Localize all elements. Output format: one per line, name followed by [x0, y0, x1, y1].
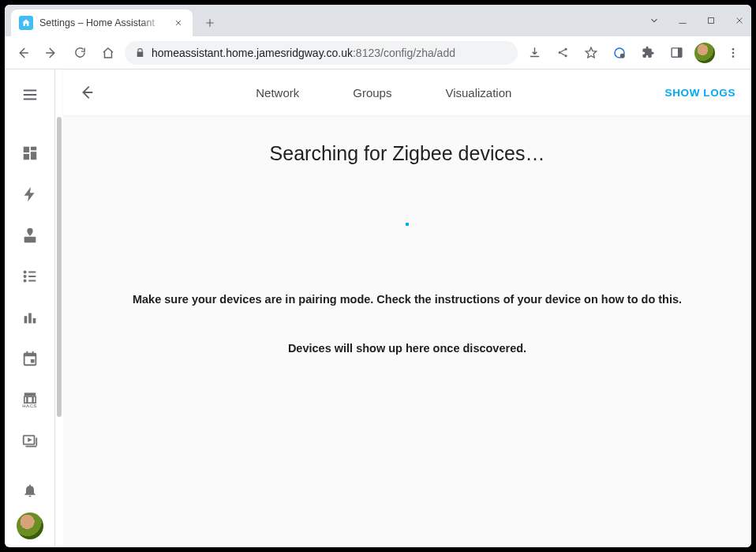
- svg-point-2: [564, 48, 567, 51]
- app-viewport: HACS: [5, 69, 751, 547]
- tab-close-icon[interactable]: [172, 17, 185, 29]
- svg-rect-33: [36, 437, 37, 445]
- svg-point-18: [24, 280, 25, 281]
- sidebar-item-logbook[interactable]: [11, 257, 49, 295]
- address-bar[interactable]: homeassistant.home.jamesridgway.co.uk:81…: [125, 41, 518, 65]
- hamburger-menu-icon[interactable]: [11, 76, 49, 114]
- svg-rect-13: [30, 152, 36, 160]
- instruction-discovery: Devices will show up here once discovere…: [123, 340, 691, 358]
- svg-point-16: [24, 271, 25, 272]
- svg-rect-25: [32, 351, 33, 355]
- svg-rect-27: [24, 392, 35, 396]
- svg-rect-30: [32, 396, 33, 403]
- sidebar-item-overview[interactable]: [11, 134, 49, 172]
- svg-rect-0: [709, 18, 714, 24]
- main-content: Network Groups Visualization SHOW LOGS S…: [63, 69, 751, 547]
- new-tab-button[interactable]: [199, 12, 221, 34]
- sidebar-item-media[interactable]: [11, 422, 49, 460]
- svg-rect-29: [26, 396, 28, 403]
- svg-point-5: [620, 53, 625, 58]
- sidebar-item-history[interactable]: [11, 299, 49, 336]
- svg-rect-11: [23, 147, 28, 152]
- browser-tab-active[interactable]: Settings – Home Assistant: [11, 9, 193, 36]
- tab-groups[interactable]: Groups: [351, 81, 393, 104]
- share-icon[interactable]: [551, 41, 574, 65]
- svg-rect-28: [24, 396, 35, 403]
- scrollbar[interactable]: [55, 69, 63, 547]
- svg-point-9: [732, 51, 735, 54]
- nav-back-button[interactable]: [11, 41, 35, 65]
- tab-network[interactable]: Network: [254, 81, 301, 104]
- browser-tabstrip: Settings – Home Assistant: [5, 5, 751, 36]
- svg-rect-7: [677, 48, 681, 57]
- header-tabs: Network Groups Visualization: [109, 81, 659, 104]
- nav-reload-button[interactable]: [68, 41, 92, 65]
- svg-rect-26: [30, 359, 34, 363]
- browser-toolbar: homeassistant.home.jamesridgway.co.uk:81…: [5, 36, 751, 69]
- sidebar-item-hacs-label: HACS: [22, 404, 37, 408]
- svg-point-1: [558, 51, 560, 54]
- lock-icon: [134, 47, 145, 58]
- tab-visualization[interactable]: Visualization: [443, 81, 513, 104]
- install-app-icon[interactable]: [522, 41, 546, 65]
- svg-rect-15: [24, 237, 36, 242]
- page-body: Searching for Zigbee devices… Make sure …: [63, 115, 751, 547]
- window-close-icon[interactable]: [732, 13, 747, 28]
- sidebar-item-energy[interactable]: [11, 175, 49, 213]
- svg-point-3: [564, 54, 567, 57]
- svg-rect-12: [30, 147, 36, 151]
- extensions-puzzle-icon[interactable]: [636, 41, 660, 65]
- show-logs-button[interactable]: SHOW LOGS: [665, 87, 735, 99]
- instruction-pairing: Make sure your devices are in pairing mo…: [123, 291, 691, 309]
- svg-rect-23: [24, 354, 36, 357]
- profile-avatar[interactable]: [693, 41, 717, 65]
- svg-rect-21: [32, 318, 36, 323]
- svg-point-8: [732, 48, 735, 51]
- side-panel-icon[interactable]: [664, 41, 688, 65]
- ha-sidebar: HACS: [5, 69, 55, 547]
- extension-ublock-icon[interactable]: [608, 41, 631, 65]
- window-controls: [647, 5, 747, 36]
- sidebar-item-map[interactable]: [11, 216, 49, 254]
- page-title: Searching for Zigbee devices…: [87, 142, 728, 165]
- svg-rect-14: [23, 154, 28, 160]
- svg-point-10: [732, 55, 735, 58]
- window-maximize-icon[interactable]: [704, 13, 718, 28]
- sidebar-item-notifications[interactable]: [11, 471, 49, 509]
- loading-spinner-icon: [87, 197, 728, 252]
- svg-rect-24: [26, 351, 28, 355]
- svg-point-17: [24, 276, 25, 277]
- nav-home-button[interactable]: [96, 41, 120, 65]
- nav-forward-button[interactable]: [39, 41, 63, 65]
- page-header: Network Groups Visualization SHOW LOGS: [63, 69, 751, 115]
- svg-rect-20: [28, 314, 32, 324]
- favicon-home-assistant-icon: [19, 16, 33, 30]
- sidebar-item-hacs[interactable]: HACS: [11, 381, 49, 419]
- svg-rect-19: [24, 316, 27, 323]
- back-button[interactable]: [71, 77, 103, 108]
- sidebar-item-calendar[interactable]: [11, 340, 49, 377]
- bookmark-star-icon[interactable]: [579, 41, 603, 65]
- chevron-down-icon[interactable]: [647, 13, 661, 28]
- tab-title: Settings – Home Assistant: [39, 17, 166, 28]
- scrollbar-thumb[interactable]: [57, 117, 62, 417]
- chrome-menu-icon[interactable]: [721, 41, 745, 65]
- window-minimize-icon[interactable]: [676, 13, 690, 28]
- sidebar-user-avatar[interactable]: [17, 513, 43, 539]
- url-text: homeassistant.home.jamesridgway.co.uk:81…: [152, 47, 455, 59]
- svg-rect-32: [25, 445, 36, 447]
